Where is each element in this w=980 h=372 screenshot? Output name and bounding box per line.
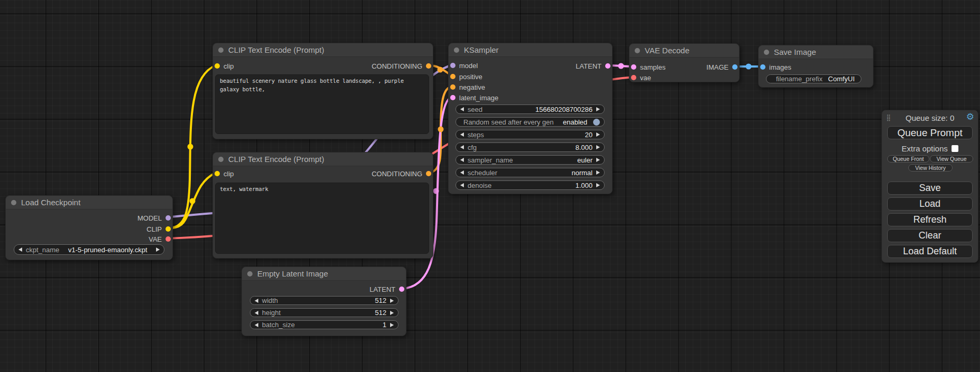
width-widget[interactable]: width 512 [250, 296, 399, 305]
view-history-button[interactable]: View History [908, 164, 953, 171]
steps-widget[interactable]: steps 20 [455, 130, 605, 139]
collapse-dot-icon[interactable] [454, 47, 459, 53]
refresh-button[interactable]: Refresh [887, 213, 973, 226]
view-queue-button[interactable]: View Queue [930, 155, 973, 163]
cfg-widget[interactable]: cfg 8.000 [455, 142, 605, 152]
link-midpoint-dot[interactable] [746, 64, 752, 70]
output-image[interactable]: IMAGE [706, 63, 738, 71]
latent-port-dot-icon[interactable] [605, 63, 610, 69]
link-midpoint-dot[interactable] [438, 67, 443, 73]
batch-size-widget[interactable]: batch_size 1 [250, 320, 399, 329]
increment-arrow-icon[interactable] [390, 323, 394, 327]
conditioning-port-dot-icon[interactable] [450, 84, 455, 90]
image-port-dot-icon[interactable] [760, 64, 765, 70]
latent-port-dot-icon[interactable] [399, 287, 404, 292]
link-midpoint-dot[interactable] [438, 127, 444, 132]
collapse-dot-icon[interactable] [218, 157, 224, 162]
decrement-arrow-icon[interactable] [460, 145, 464, 149]
node-title-bar[interactable]: Empty Latent Image [242, 267, 406, 281]
node-title-bar[interactable]: Save Image [759, 45, 873, 59]
save-button[interactable]: Save [887, 182, 973, 195]
filename-prefix-widget[interactable]: filename_prefix ComfyUI [766, 74, 861, 83]
increment-arrow-icon[interactable] [596, 132, 600, 137]
sampler-name-widget[interactable]: sampler_name euler [455, 155, 605, 165]
decrement-arrow-icon[interactable] [460, 107, 464, 111]
decrement-arrow-icon[interactable] [255, 299, 258, 303]
ckpt-name-widget[interactable]: ckpt_name v1-5-pruned-emaonly.ckpt [14, 244, 164, 255]
vae-port-dot-icon[interactable] [631, 75, 636, 80]
scheduler-widget[interactable]: scheduler normal [455, 168, 605, 177]
collapse-dot-icon[interactable] [635, 48, 640, 53]
output-vae[interactable]: VAE [149, 235, 171, 243]
output-clip[interactable]: CLIP [147, 225, 171, 233]
load-default-button[interactable]: Load Default [887, 245, 973, 258]
clear-button[interactable]: Clear [887, 229, 973, 242]
node-title-bar[interactable]: Load Checkpoint [6, 196, 172, 209]
clip-port-dot-icon[interactable] [215, 171, 220, 176]
drag-handle-icon[interactable]: ⣿ [886, 113, 891, 122]
node-save-image[interactable]: Save Image images filename_prefix ComfyU… [758, 45, 874, 88]
node-clip-text-encode-positive[interactable]: CLIP Text Encode (Prompt) clip CONDITION… [212, 43, 433, 139]
input-vae[interactable]: vae [631, 74, 651, 81]
link-midpoint-dot[interactable] [618, 63, 624, 69]
node-load-checkpoint[interactable]: Load Checkpoint MODEL CLIP VAE ckpt_name… [5, 195, 173, 260]
node-title-bar[interactable]: CLIP Text Encode (Prompt) [213, 152, 433, 166]
increment-arrow-icon[interactable] [156, 247, 160, 252]
link-midpoint-dot[interactable] [188, 144, 193, 150]
input-latent-image[interactable]: latent_image [450, 94, 498, 101]
link-midpoint-dot[interactable] [433, 188, 439, 194]
toggle-enabled-icon[interactable] [593, 119, 600, 126]
prompt-textarea[interactable]: beautiful scenery nature glass bottle la… [215, 74, 429, 134]
image-port-dot-icon[interactable] [732, 64, 738, 70]
increment-arrow-icon[interactable] [596, 145, 600, 149]
clip-port-dot-icon[interactable] [166, 226, 171, 232]
model-port-dot-icon[interactable] [166, 215, 171, 221]
input-clip[interactable]: clip [215, 62, 234, 70]
collapse-dot-icon[interactable] [11, 200, 16, 205]
random-seed-toggle-widget[interactable]: Random seed after every gen enabled [455, 117, 605, 127]
output-conditioning[interactable]: CONDITIONING [372, 170, 431, 177]
output-conditioning[interactable]: CONDITIONING [372, 62, 431, 70]
input-negative[interactable]: negative [450, 83, 485, 91]
extra-options-checkbox[interactable] [952, 145, 958, 152]
input-positive[interactable]: positive [450, 73, 482, 80]
settings-gear-icon[interactable]: ⚙ [966, 112, 974, 122]
queue-prompt-button[interactable]: Queue Prompt [887, 126, 973, 139]
height-widget[interactable]: height 512 [250, 308, 399, 317]
input-clip[interactable]: clip [215, 170, 234, 177]
input-images[interactable]: images [760, 63, 791, 71]
increment-arrow-icon[interactable] [390, 311, 394, 315]
increment-arrow-icon[interactable] [390, 299, 394, 303]
prompt-textarea[interactable]: text, watermark [215, 183, 429, 254]
increment-arrow-icon[interactable] [596, 107, 600, 111]
clip-port-dot-icon[interactable] [215, 63, 220, 69]
vae-port-dot-icon[interactable] [166, 236, 171, 242]
conditioning-port-dot-icon[interactable] [426, 171, 431, 176]
output-latent[interactable]: LATENT [370, 285, 404, 293]
output-latent[interactable]: LATENT [576, 62, 610, 70]
node-title-bar[interactable]: CLIP Text Encode (Prompt) [213, 43, 433, 57]
node-ksampler[interactable]: KSampler model positive negative latent_… [448, 43, 613, 194]
decrement-arrow-icon[interactable] [255, 323, 258, 327]
node-vae-decode[interactable]: VAE Decode samples vae IMAGE [629, 43, 740, 82]
collapse-dot-icon[interactable] [764, 50, 769, 55]
seed-widget[interactable]: seed 156680208700286 [455, 104, 605, 114]
node-title-bar[interactable]: KSampler [449, 43, 612, 57]
increment-arrow-icon[interactable] [596, 170, 600, 175]
collapse-dot-icon[interactable] [218, 47, 224, 53]
denoise-widget[interactable]: denoise 1.000 [455, 180, 605, 190]
decrement-arrow-icon[interactable] [460, 158, 464, 162]
node-clip-text-encode-negative[interactable]: CLIP Text Encode (Prompt) clip CONDITION… [212, 152, 433, 259]
link-midpoint-dot[interactable] [190, 198, 196, 204]
node-empty-latent-image[interactable]: Empty Latent Image LATENT width 512 heig… [241, 266, 406, 336]
latent-port-dot-icon[interactable] [450, 95, 455, 100]
input-model[interactable]: model [450, 62, 478, 69]
load-button[interactable]: Load [887, 197, 973, 211]
decrement-arrow-icon[interactable] [255, 311, 258, 315]
model-port-dot-icon[interactable] [450, 63, 455, 68]
increment-arrow-icon[interactable] [596, 183, 600, 187]
latent-port-dot-icon[interactable] [631, 64, 636, 70]
input-samples[interactable]: samples [631, 63, 665, 71]
decrement-arrow-icon[interactable] [460, 132, 464, 137]
queue-front-button[interactable]: Queue Front [887, 155, 929, 163]
